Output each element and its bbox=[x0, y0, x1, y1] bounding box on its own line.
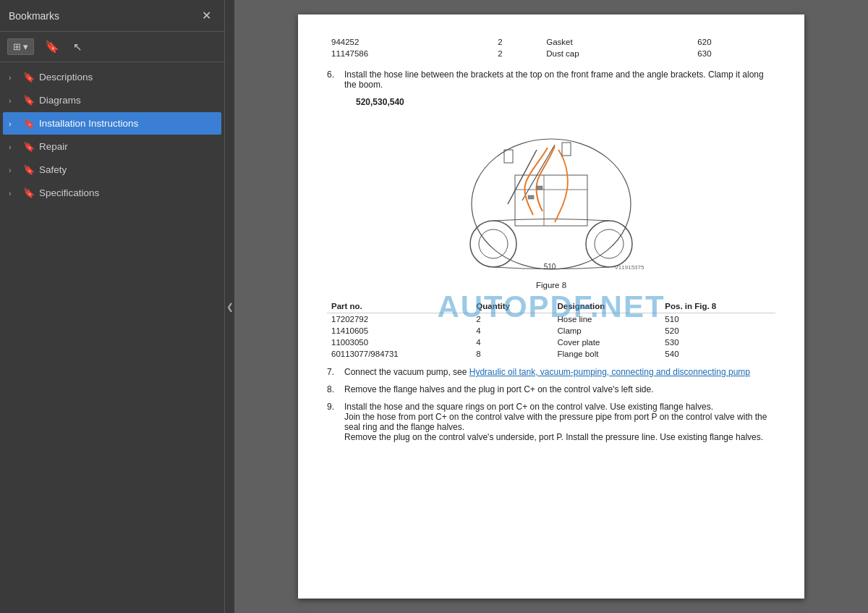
bookmark-icon: 🔖 bbox=[45, 41, 59, 53]
sidebar-title: Bookmarks bbox=[9, 10, 59, 22]
figure-table-header-row: Part no. Quantity Designation Pos. in Fi… bbox=[327, 300, 775, 313]
pdf-page: AUTOPDF.NET 944252 2 Gasket 620 11147586… bbox=[298, 14, 804, 599]
diagram-top-label: 520,530,540 bbox=[356, 97, 404, 107]
qty-cell: 2 bbox=[472, 313, 553, 326]
collapse-sidebar-handle[interactable]: ❮ bbox=[224, 0, 234, 613]
part-no-cell: 17202792 bbox=[327, 313, 472, 326]
step-9: 9. Install the hose and the square rings… bbox=[327, 402, 775, 442]
designation-cell: Dust cap bbox=[542, 48, 693, 59]
chevron-right-icon-active: › bbox=[9, 119, 19, 128]
step-8-text: Remove the flange halves and the plug in… bbox=[344, 384, 654, 394]
sidebar-toolbar: ⊞ ▾ 🔖 ↖ bbox=[0, 32, 224, 62]
sidebar-item-repair[interactable]: › 🔖 Repair bbox=[3, 135, 221, 158]
sidebar-item-label-safety: Safety bbox=[39, 164, 67, 175]
bookmark-icon-safety: 🔖 bbox=[23, 164, 35, 175]
bookmark-icon-specifications: 🔖 bbox=[23, 187, 35, 198]
sidebar-item-label-specifications: Specifications bbox=[39, 187, 99, 198]
col-quantity: Quantity bbox=[472, 300, 553, 313]
pos-cell: 520 bbox=[660, 325, 775, 337]
pdf-viewer: AUTOPDF.NET 944252 2 Gasket 620 11147586… bbox=[234, 0, 868, 613]
pos-cell: 540 bbox=[660, 348, 775, 360]
sidebar-item-safety[interactable]: › 🔖 Safety bbox=[3, 158, 221, 181]
close-button[interactable]: ✕ bbox=[197, 9, 216, 23]
bookmark-icon-diagrams: 🔖 bbox=[23, 95, 35, 106]
svg-point-2 bbox=[479, 229, 508, 258]
figure-caption: Figure 8 bbox=[536, 281, 566, 289]
svg-point-3 bbox=[586, 221, 632, 267]
step-9-line3: Remove the plug on the control valve's u… bbox=[344, 432, 763, 442]
view-options-button[interactable]: ⊞ ▾ bbox=[7, 38, 34, 55]
chevron-right-icon: › bbox=[9, 96, 19, 105]
step-8: 8. Remove the flange halves and the plug… bbox=[327, 384, 775, 394]
sidebar-header: Bookmarks ✕ bbox=[0, 0, 224, 32]
sidebar-item-label-diagrams: Diagrams bbox=[39, 95, 81, 106]
chevron-right-icon: › bbox=[9, 189, 19, 198]
step-7: 7. Connect the vacuum pump, see Hydrauli… bbox=[327, 367, 775, 377]
collapse-icon: ❮ bbox=[226, 302, 234, 312]
step-6: 6. Install the hose line between the bra… bbox=[327, 69, 775, 90]
svg-rect-13 bbox=[537, 186, 542, 190]
table-row: 11147586 2 Dust cap 630 bbox=[327, 48, 775, 59]
bookmark-add-button[interactable]: 🔖 bbox=[40, 38, 64, 56]
designation-cell: Clamp bbox=[553, 325, 661, 337]
svg-point-4 bbox=[595, 229, 624, 258]
sidebar-item-diagrams[interactable]: › 🔖 Diagrams bbox=[3, 89, 221, 111]
figure-parts-table: Part no. Quantity Designation Pos. in Fi… bbox=[327, 300, 775, 360]
sidebar-item-label-descriptions: Descriptions bbox=[39, 72, 93, 83]
col-pos: Pos. in Fig. 8 bbox=[660, 300, 775, 313]
svg-text:V11915375: V11915375 bbox=[615, 264, 644, 271]
top-parts-table: 944252 2 Gasket 620 11147586 2 Dust cap … bbox=[327, 36, 775, 59]
qty-cell: 2 bbox=[493, 48, 542, 59]
step-9-line1: Install the hose and the square rings on… bbox=[344, 402, 713, 412]
designation-cell: Cover plate bbox=[553, 337, 661, 348]
bookmark-icon-installation: 🔖 bbox=[23, 118, 35, 129]
diagram-svg: 510 V11915375 bbox=[443, 110, 660, 276]
table-row: 11003050 4 Cover plate 530 bbox=[327, 337, 775, 348]
pos-cell: 620 bbox=[693, 36, 775, 48]
figure-8-diagram: 520,530,540 bbox=[327, 97, 775, 289]
pos-cell: 630 bbox=[693, 48, 775, 59]
step-9-line2: Join the hose from port C+ on the contro… bbox=[344, 412, 767, 432]
designation-cell: Hose line bbox=[553, 313, 661, 326]
sidebar-item-label-repair: Repair bbox=[39, 141, 68, 152]
part-no-cell: 944252 bbox=[327, 36, 493, 48]
pos-cell: 510 bbox=[660, 313, 775, 326]
qty-cell: 4 bbox=[472, 325, 553, 337]
sidebar-item-label-installation: Installation Instructions bbox=[39, 118, 138, 129]
part-no-cell: 11003050 bbox=[327, 337, 472, 348]
bookmark-list: › 🔖 Descriptions › 🔖 Diagrams › 🔖 Instal… bbox=[0, 62, 224, 613]
chevron-right-icon: › bbox=[9, 143, 19, 151]
table-row: 60113077/984731 8 Flange bolt 540 bbox=[327, 348, 775, 360]
svg-point-1 bbox=[470, 221, 516, 267]
designation-cell: Gasket bbox=[542, 36, 693, 48]
step-6-text: Install the hose line between the bracke… bbox=[344, 69, 775, 90]
table-row: 11410605 4 Clamp 520 bbox=[327, 325, 775, 337]
step-9-number: 9. bbox=[327, 402, 340, 442]
step-8-number: 8. bbox=[327, 384, 340, 394]
part-no-cell: 11410605 bbox=[327, 325, 472, 337]
qty-cell: 4 bbox=[472, 337, 553, 348]
part-no-cell: 60113077/984731 bbox=[327, 348, 472, 360]
svg-rect-11 bbox=[562, 143, 571, 156]
sidebar: Bookmarks ✕ ⊞ ▾ 🔖 ↖ › 🔖 Descriptions › 🔖… bbox=[0, 0, 224, 613]
step-9-text: Install the hose and the square rings on… bbox=[344, 402, 775, 442]
chevron-right-icon: › bbox=[9, 166, 19, 174]
sidebar-item-installation-instructions[interactable]: › 🔖 Installation Instructions bbox=[3, 112, 221, 135]
sidebar-item-specifications[interactable]: › 🔖 Specifications bbox=[3, 182, 221, 204]
svg-text:510: 510 bbox=[544, 263, 556, 271]
step-7-number: 7. bbox=[327, 367, 340, 377]
svg-line-6 bbox=[522, 145, 555, 200]
pos-cell: 530 bbox=[660, 337, 775, 348]
grid-icon: ⊞ bbox=[13, 41, 21, 52]
svg-rect-10 bbox=[504, 150, 513, 163]
qty-cell: 2 bbox=[493, 36, 542, 48]
table-row: 17202792 2 Hose line 510 bbox=[327, 313, 775, 326]
hydraulic-link[interactable]: Hydraulic oil tank, vacuum-pumping, conn… bbox=[469, 367, 750, 377]
table-row: 944252 2 Gasket 620 bbox=[327, 36, 775, 48]
step-6-number: 6. bbox=[327, 69, 340, 90]
qty-cell: 8 bbox=[472, 348, 553, 360]
sidebar-item-descriptions[interactable]: › 🔖 Descriptions bbox=[3, 66, 221, 88]
col-part-no: Part no. bbox=[327, 300, 472, 313]
cursor-icon: ↖ bbox=[73, 41, 82, 54]
col-designation: Designation bbox=[553, 300, 661, 313]
